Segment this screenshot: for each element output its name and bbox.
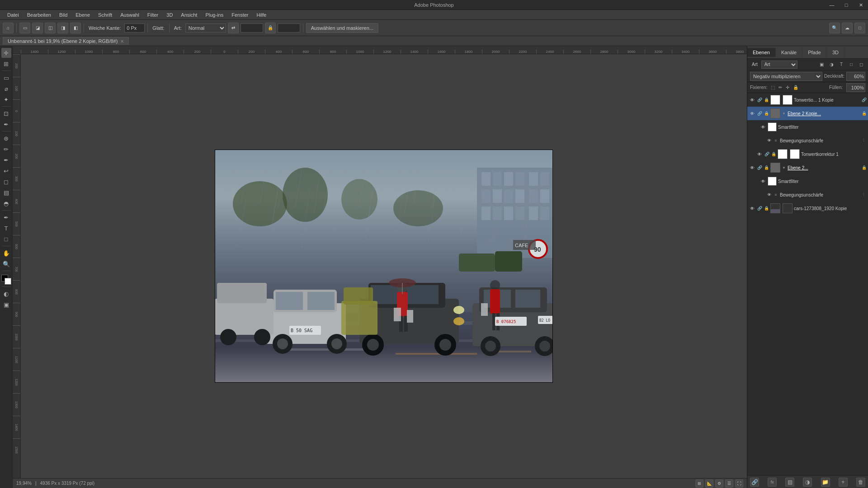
menu-3d[interactable]: 3D [163,11,176,19]
lock-artboard[interactable]: 🔒 [793,85,798,90]
subtract-button[interactable]: ◨ [57,23,68,33]
opacity-input[interactable] [846,72,865,81]
home-button[interactable]: ⌂ [3,23,14,33]
layer-option-smart[interactable]: ◻ [857,61,865,69]
add-button[interactable]: ◧ [70,23,81,33]
layer-item-smartfilter-2[interactable]: 👁 Smartfilter [747,174,868,188]
menu-schrift[interactable]: Schrift [94,11,116,19]
delete-layer-button[interactable]: 🗑 [856,478,865,487]
style-select[interactable]: Normal Festes Verhältnis Feste Größe [185,23,226,33]
history-brush-tool[interactable]: ↩ [1,166,11,176]
move-tool[interactable]: ✛ [1,48,11,58]
layer-eye-blur1[interactable]: 👁 [766,137,772,144]
layer-visibility-tonwertkorr[interactable]: 👁 [756,151,763,157]
ruler-icon[interactable]: 📐 [705,479,713,488]
layer-eye-blur2[interactable]: 👁 [766,192,772,198]
new-layer-button[interactable]: + [839,478,848,487]
tab-3d[interactable]: 3D [827,48,844,57]
layer-option-text[interactable]: T [837,61,845,69]
swap-icon[interactable]: ⇄ [228,23,239,33]
dodge-tool[interactable]: ◓ [1,198,11,208]
layer-filter-action-2[interactable]: ≡ [773,192,778,197]
width-input[interactable] [241,23,263,33]
lock-transparent[interactable]: ⬚ [771,85,775,90]
menu-bild[interactable]: Bild [56,11,71,19]
hand-tool[interactable]: ✋ [1,248,11,258]
layer-visibility-smart2[interactable]: 👁 [760,178,766,184]
artboard-tool[interactable]: ⊞ [1,59,11,69]
menu-bearbeiten[interactable]: Bearbeiten [24,11,55,19]
select-mask-button[interactable]: Auswählen und maskieren... [306,23,378,33]
eyedropper-tool[interactable]: ✒ [1,119,11,129]
brush-tool[interactable]: ✏ [1,144,11,154]
background-color[interactable] [5,278,11,285]
pen-tool[interactable]: ✒ [1,212,11,222]
layer-visibility-ebene2-kopie[interactable]: 👁 [749,110,755,117]
layer-item-blur-2[interactable]: 👁 ≡ Bewegungsunschärfe ⋮ [747,188,868,202]
lock-position[interactable]: ✛ [786,85,789,90]
quick-mask-tool[interactable]: ◐ [1,289,11,299]
tab-pfade[interactable]: Pfade [802,48,827,57]
layer-filter-action-1[interactable]: ≡ [773,138,778,143]
soft-edge-input[interactable] [124,23,145,33]
intersect-button[interactable]: ◫ [45,23,56,33]
doc-tab-item[interactable]: Unbenannt-1 bei 19,9% (Ebene 2 Kopie, RG… [3,37,129,45]
clone-stamp-tool[interactable]: ✒ [1,155,11,165]
menu-ansicht[interactable]: Ansicht [177,11,201,19]
layer-expand-ebene2-kopie[interactable]: ▼ [782,111,786,116]
menu-auswahl[interactable]: Auswahl [117,11,143,19]
new-group-button[interactable]: 📁 [821,478,830,487]
screen-mode-tool[interactable]: ▣ [1,300,11,310]
layer-visibility-cars[interactable]: 👁 [749,205,755,211]
layer-option-shape[interactable]: □ [847,61,855,69]
blend-mode-select[interactable]: Negativ multiplizieren Normal Multiplizi… [750,72,822,81]
lasso-tool[interactable]: ⌀ [1,84,11,94]
layer-filter-opts-1[interactable]: ⋮ [861,138,866,143]
add-mask-button[interactable]: ▨ [785,478,794,487]
lock-pixels[interactable]: ✏ [778,85,782,90]
spot-heal-tool[interactable]: ⊛ [1,133,11,143]
layer-item-smartfilter-1[interactable]: 👁 Smartfilter [747,120,868,134]
feather-select-button[interactable]: ◪ [32,23,43,33]
maximize-button[interactable]: □ [839,0,854,10]
layer-item-ebene2[interactable]: 👁 🔗 🔒 ▼ Ebene 2... 🔒 [747,161,868,174]
layers-list[interactable]: 👁 🔗 🔒 Tonwertio... 1 Kopie 🔗 👁 🔗 🔒 ▼ Ebe… [747,93,868,475]
magic-wand-tool[interactable]: ✦ [1,94,11,104]
menu-hilfe[interactable]: Hilfe [253,11,270,19]
layer-option-pixel[interactable]: ▣ [817,61,826,69]
layer-item-blur-1[interactable]: 👁 ≡ Bewegungsunschärfe ⋮ [747,134,868,147]
menu-ebene[interactable]: Ebene [72,11,94,19]
eraser-tool[interactable]: ◻ [1,177,11,187]
minimize-button[interactable]: — [825,0,839,10]
layers-icon[interactable]: ☰ [725,479,733,488]
fullscreen-icon[interactable]: ⛶ [735,479,743,488]
filter-kind-select[interactable]: Art [761,61,797,69]
fill-input[interactable] [846,83,865,92]
height-input[interactable] [278,23,300,33]
menu-fenster[interactable]: Fenster [228,11,252,19]
menu-datei[interactable]: Datei [4,11,23,19]
rect-marquee-tool[interactable]: ▭ [1,73,11,83]
layer-filter-opts-2[interactable]: ⋮ [861,192,866,197]
window-arrange-button[interactable]: □ [854,23,865,33]
layer-visibility-tonwert-kopie[interactable]: 👁 [749,97,755,103]
settings-icon[interactable]: ⚙ [715,479,723,488]
canvas-viewport[interactable]: B 50 SAG [21,54,747,478]
close-button[interactable]: ✕ [854,0,868,10]
cloud-button[interactable]: ☁ [842,23,853,33]
rect-select-button[interactable]: ▭ [19,23,30,33]
menu-filter[interactable]: Filter [144,11,162,19]
link-layers-button[interactable]: 🔗 [750,478,759,487]
lock-aspect-icon[interactable]: 🔒 [265,23,276,33]
text-tool[interactable]: T [1,223,11,233]
shape-tool[interactable]: □ [1,234,11,244]
menu-plugins[interactable]: Plug-ins [202,11,227,19]
color-swatches[interactable] [1,275,11,285]
gradient-tool[interactable]: ▤ [1,188,11,197]
fx-button[interactable]: fx [768,478,777,487]
grid-icon[interactable]: ⊞ [695,479,703,488]
search-button[interactable]: 🔍 [829,23,840,33]
layer-option-adjust[interactable]: ◑ [827,61,835,69]
adjustment-button[interactable]: ◑ [803,478,812,487]
layer-expand-ebene2[interactable]: ▼ [782,165,786,170]
